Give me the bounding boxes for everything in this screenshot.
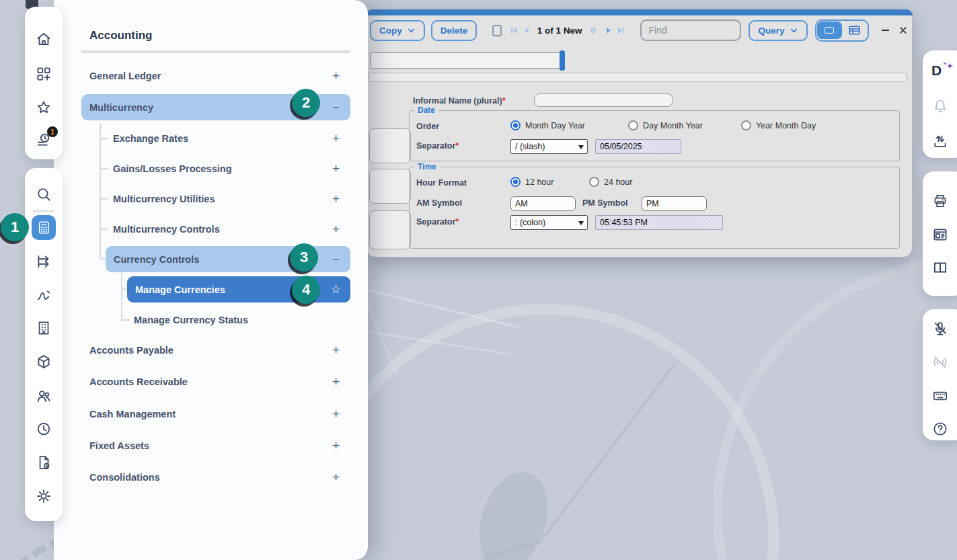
collapse-icon[interactable]: − xyxy=(332,100,340,115)
expand-icon[interactable]: + xyxy=(332,131,340,146)
form-view-button[interactable] xyxy=(817,22,842,39)
radio-12-hour[interactable]: 12 hour xyxy=(510,177,553,187)
time-clock-icon[interactable] xyxy=(35,420,52,438)
menu-item-accounts-payable[interactable]: Accounts Payable + xyxy=(81,337,350,363)
expand-icon[interactable]: + xyxy=(332,192,340,206)
menu-item-label: Exchange Rates xyxy=(113,133,188,144)
record-toolbar: Copy Delete 1 of 1 New xyxy=(367,17,908,43)
transfers-icon[interactable] xyxy=(35,253,52,270)
inventory-cube-icon[interactable] xyxy=(35,353,52,370)
menu-item-cash-management[interactable]: Cash Management + xyxy=(81,401,350,427)
users-icon[interactable] xyxy=(35,387,52,405)
menu-item-fixed-assets[interactable]: Fixed Assets + xyxy=(81,433,350,458)
radio-dot xyxy=(741,120,751,130)
menu-item-label: Multicurrency xyxy=(89,102,153,113)
expand-icon[interactable]: + xyxy=(332,438,340,453)
last-record-icon[interactable] xyxy=(616,24,626,37)
copy-button-label: Copy xyxy=(379,26,402,36)
right-rail-middle xyxy=(923,171,957,296)
step-badge-1: 1 xyxy=(1,213,29,241)
notifications-bell-icon[interactable] xyxy=(931,97,949,115)
hidden-group-box-1 xyxy=(369,128,411,163)
collapse-icon[interactable]: − xyxy=(332,252,340,267)
window-title-strip xyxy=(366,9,913,15)
delete-button[interactable]: Delete xyxy=(431,20,477,41)
help-icon[interactable] xyxy=(931,420,949,438)
print-icon[interactable] xyxy=(931,192,949,210)
radio-year-month-day[interactable]: Year Month Day xyxy=(741,120,816,130)
form-view-icon[interactable] xyxy=(931,226,949,243)
home-icon[interactable] xyxy=(35,30,52,48)
query-button[interactable]: Query xyxy=(749,20,807,41)
pm-symbol-input[interactable] xyxy=(642,196,707,211)
import-export-icon[interactable] xyxy=(931,132,949,150)
menu-item-multicurrency-utilities[interactable]: Multicurrency Utilities + xyxy=(81,186,350,212)
menu-item-label: Accounts Receivable xyxy=(89,376,188,387)
radio-month-day-year[interactable]: Month Day Year xyxy=(510,120,585,130)
favorite-star-icon[interactable]: ☆ xyxy=(331,282,341,296)
expand-icon[interactable]: + xyxy=(332,343,340,358)
flyout-title: Accounting xyxy=(89,29,153,42)
keyboard-icon[interactable] xyxy=(931,387,949,405)
menu-item-multicurrency-controls[interactable]: Multicurrency Controls + xyxy=(81,216,350,242)
radio-day-month-year[interactable]: Day Month Year xyxy=(628,120,703,130)
organization-icon[interactable] xyxy=(35,319,52,337)
broadcast-off-icon[interactable] xyxy=(931,354,949,371)
pm-symbol-label: PM Symbol xyxy=(582,198,627,208)
close-button[interactable] xyxy=(898,24,908,36)
app-root: Copy Delete 1 of 1 New xyxy=(0,0,957,560)
table-view-button[interactable] xyxy=(842,22,867,39)
right-rail-top: D✦✦ xyxy=(923,50,957,158)
find-input[interactable] xyxy=(640,19,741,41)
date-group-legend: Date xyxy=(414,106,438,115)
radio-24-hour[interactable]: 24 hour xyxy=(589,177,632,187)
informal-name-label: Informal Name (plural)* xyxy=(413,96,506,106)
menu-item-accounts-receivable[interactable]: Accounts Receivable + xyxy=(81,369,350,395)
am-symbol-label: AM Symbol xyxy=(416,198,462,208)
expand-icon[interactable]: + xyxy=(332,222,340,237)
menu-item-label: Multicurrency Controls xyxy=(113,224,220,235)
sync-icon[interactable] xyxy=(588,24,599,37)
menu-item-manage-currency-status[interactable]: Manage Currency Status xyxy=(81,307,350,333)
record-key-field[interactable] xyxy=(370,52,561,69)
menu-item-exchange-rates[interactable]: Exchange Rates + xyxy=(81,126,350,151)
expand-icon[interactable]: + xyxy=(332,407,340,422)
menu-item-label: General Ledger xyxy=(89,71,161,81)
left-rail-main xyxy=(25,168,63,521)
expand-icon[interactable]: + xyxy=(332,470,340,485)
expand-icon[interactable]: + xyxy=(332,161,340,176)
expand-icon[interactable]: + xyxy=(332,69,340,83)
time-separator-label-text: Separator xyxy=(416,217,455,227)
right-rail-bottom xyxy=(923,309,957,440)
first-record-icon[interactable] xyxy=(509,24,519,37)
next-record-icon[interactable] xyxy=(604,24,614,37)
recent-history-icon[interactable]: 1 xyxy=(35,131,52,149)
time-group-legend: Time xyxy=(414,162,440,171)
am-symbol-input[interactable] xyxy=(510,196,576,211)
record-window: Copy Delete 1 of 1 New xyxy=(366,9,913,257)
menu-item-consolidations[interactable]: Consolidations + xyxy=(81,465,350,490)
minimize-button[interactable] xyxy=(882,30,890,32)
assistant-d-logo[interactable]: D✦✦ xyxy=(931,62,949,79)
apps-icon[interactable] xyxy=(35,65,52,83)
time-separator-select[interactable]: : (colon) xyxy=(510,215,588,230)
date-separator-select[interactable]: / (slash) xyxy=(510,139,588,154)
previous-record-icon[interactable] xyxy=(521,24,531,37)
search-icon[interactable] xyxy=(35,186,52,203)
menu-item-gains-losses-processing[interactable]: Gains/Losses Processing + xyxy=(81,156,350,182)
menu-item-label: Manage Currency Status xyxy=(134,315,248,325)
select-record-checkbox[interactable] xyxy=(492,25,502,36)
document-history-icon[interactable] xyxy=(35,454,52,471)
accounting-calculator-icon[interactable] xyxy=(32,215,56,240)
split-view-icon[interactable] xyxy=(931,259,949,276)
favorites-star-icon[interactable] xyxy=(35,99,52,116)
informal-name-input[interactable] xyxy=(534,93,673,107)
expand-icon[interactable]: + xyxy=(332,374,340,389)
settings-gear-icon[interactable] xyxy=(35,487,52,505)
signature-icon[interactable] xyxy=(35,286,52,303)
copy-button[interactable]: Copy xyxy=(370,20,425,41)
sparkle-icon: ✦ xyxy=(943,55,947,73)
microphone-muted-icon[interactable] xyxy=(931,320,949,337)
menu-item-general-ledger[interactable]: General Ledger + xyxy=(81,63,350,89)
delete-button-label: Delete xyxy=(441,26,468,36)
